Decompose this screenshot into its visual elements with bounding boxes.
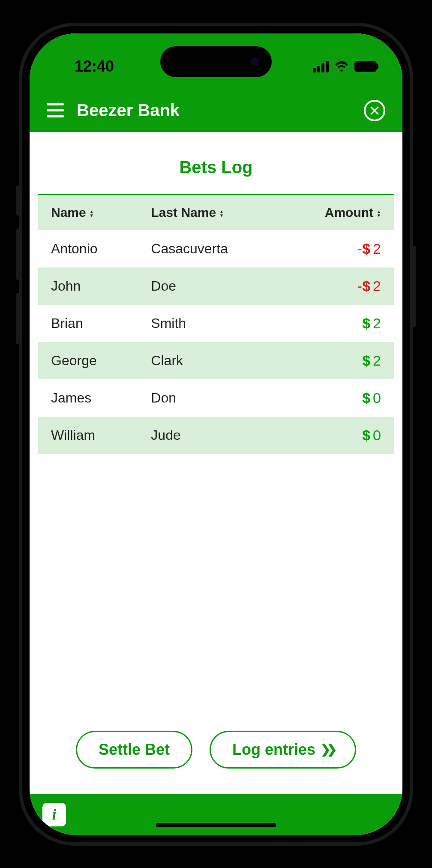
cell-amount: $2 [280, 305, 394, 342]
column-label: Amount [325, 205, 373, 219]
cell-first-name: John [38, 267, 138, 305]
cellular-icon [313, 61, 329, 72]
column-header-name[interactable]: Name [38, 195, 138, 230]
screen: 12:40 Beezer Bank Bets Log Name [30, 33, 402, 835]
page-title: Bets Log [38, 141, 394, 195]
battery-icon [354, 61, 377, 72]
table-row[interactable]: AntonioCasacuverta-$2 [38, 230, 394, 267]
table-row[interactable]: WilliamJude$0 [38, 417, 394, 454]
cell-last-name: Casacuverta [138, 230, 280, 267]
table-row[interactable]: GeorgeClark$2 [38, 342, 394, 379]
app-header: Beezer Bank [30, 89, 402, 132]
home-indicator[interactable] [156, 823, 276, 827]
side-button [16, 186, 21, 216]
cell-amount: $0 [280, 379, 394, 417]
cell-last-name: Doe [138, 267, 280, 305]
side-button [16, 293, 21, 344]
settle-bet-button[interactable]: Settle Bet [76, 731, 192, 769]
button-label: Log entries [232, 741, 315, 759]
status-icons [313, 61, 377, 72]
cell-first-name: George [38, 342, 138, 379]
status-time: 12:40 [75, 57, 114, 75]
column-label: Name [51, 205, 86, 219]
cell-last-name: Clark [138, 342, 280, 379]
app-title: Beezer Bank [77, 101, 180, 120]
info-icon: i [52, 805, 56, 823]
cell-first-name: James [38, 379, 138, 417]
bets-table-wrap: Name Last Name Amount AntonioCasacuverta… [30, 195, 402, 714]
cell-first-name: Antonio [38, 230, 138, 267]
sort-icon [377, 210, 381, 217]
bets-table: Name Last Name Amount AntonioCasacuverta… [38, 195, 394, 454]
actions-row: Settle Bet Log entries❯❯ [30, 714, 402, 794]
table-row[interactable]: JohnDoe-$2 [38, 267, 394, 305]
table-row[interactable]: BrianSmith$2 [38, 305, 394, 342]
cell-first-name: William [38, 417, 138, 454]
chevron-right-icon: ❯❯ [321, 742, 333, 757]
cell-amount: -$2 [280, 230, 394, 267]
column-header-amount[interactable]: Amount [280, 195, 394, 230]
wifi-icon [335, 61, 348, 72]
table-header-row: Name Last Name Amount [38, 195, 394, 230]
cell-amount: $2 [280, 342, 394, 379]
cell-amount: -$2 [280, 267, 394, 305]
log-entries-button[interactable]: Log entries❯❯ [210, 731, 356, 769]
close-button[interactable] [364, 100, 385, 121]
cell-first-name: Brian [38, 305, 138, 342]
cell-last-name: Don [138, 379, 280, 417]
phone-frame: 12:40 Beezer Bank Bets Log Name [19, 23, 413, 846]
table-row[interactable]: JamesDon$0 [38, 379, 394, 417]
sort-icon [90, 210, 94, 217]
menu-icon[interactable] [47, 103, 64, 117]
cell-last-name: Jude [138, 417, 280, 454]
column-header-last-name[interactable]: Last Name [138, 195, 280, 230]
side-button [411, 246, 416, 327]
cell-amount: $0 [280, 417, 394, 454]
column-label: Last Name [151, 205, 216, 219]
sort-icon [219, 210, 224, 217]
button-label: Settle Bet [99, 741, 170, 759]
cell-last-name: Smith [138, 305, 280, 342]
dynamic-island [160, 46, 272, 77]
info-button[interactable]: i [42, 803, 66, 826]
footer-bar: i [30, 794, 402, 835]
side-button [16, 228, 21, 280]
